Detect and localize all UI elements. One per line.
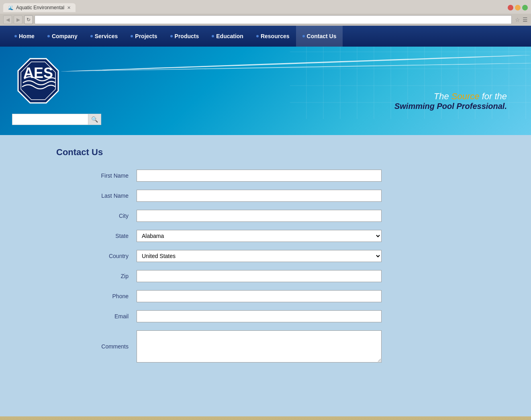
nav-item-company[interactable]: Company bbox=[41, 26, 84, 47]
aes-logo: AES bbox=[12, 55, 64, 107]
email-label: Email bbox=[56, 313, 137, 320]
nav-dot-icon bbox=[14, 35, 17, 37]
refresh-button[interactable]: ↻ bbox=[24, 15, 33, 24]
form-row-zip: Zip bbox=[56, 270, 418, 282]
form-row-comments: Comments bbox=[56, 330, 418, 363]
page-title: Contact Us bbox=[56, 147, 515, 158]
browser-chrome: 🌊 Aquatic Environmental S... ✕ ◀ ▶ ↻ www… bbox=[0, 0, 531, 26]
site-wrapper: Home Company Services Projects Products … bbox=[0, 26, 531, 420]
search-input[interactable] bbox=[12, 114, 88, 125]
nav-item-products[interactable]: Products bbox=[164, 26, 206, 47]
zip-label: Zip bbox=[56, 273, 137, 279]
nav-dot-icon bbox=[302, 35, 305, 37]
nav-dot-icon bbox=[256, 35, 259, 37]
phone-input[interactable] bbox=[137, 290, 382, 302]
search-button[interactable]: 🔍 bbox=[88, 114, 101, 125]
form-row-phone: Phone bbox=[56, 290, 418, 302]
form-row-country: Country United StatesCanadaMexicoUnited … bbox=[56, 250, 418, 262]
hero-tagline: The Source for the Swimming Pool Profess… bbox=[394, 91, 507, 111]
browser-tab[interactable]: 🌊 Aquatic Environmental S... ✕ bbox=[3, 3, 76, 12]
city-label: City bbox=[56, 213, 137, 219]
navigation-bar: Home Company Services Projects Products … bbox=[0, 26, 531, 47]
window-minimize-button[interactable] bbox=[515, 5, 521, 10]
window-close-button[interactable] bbox=[508, 5, 513, 10]
tagline-source-word: Source bbox=[451, 91, 480, 101]
first-name-label: First Name bbox=[56, 172, 137, 179]
tagline-line2: Swimming Pool Professional. bbox=[394, 102, 507, 111]
logo-container: AES bbox=[12, 55, 76, 109]
form-row-city: City bbox=[56, 210, 418, 222]
browser-titlebar: 🌊 Aquatic Environmental S... ✕ bbox=[0, 2, 531, 14]
first-name-input[interactable] bbox=[137, 170, 382, 182]
forward-button[interactable]: ▶ bbox=[14, 15, 22, 24]
nav-dot-icon bbox=[90, 35, 93, 37]
state-label: State bbox=[56, 233, 137, 239]
back-button[interactable]: ◀ bbox=[3, 15, 12, 24]
country-select[interactable]: United StatesCanadaMexicoUnited KingdomA… bbox=[137, 250, 382, 262]
search-bar: 🔍 bbox=[12, 114, 101, 125]
browser-menu-icon[interactable]: ☰ bbox=[523, 16, 528, 23]
svg-text:AES: AES bbox=[23, 65, 53, 81]
browser-controls: ◀ ▶ ↻ www.aes-sw.com/contact-us ☆ ☰ bbox=[0, 14, 531, 26]
window-maximize-button[interactable] bbox=[522, 5, 528, 10]
sandy-footer bbox=[0, 416, 531, 420]
phone-label: Phone bbox=[56, 293, 137, 299]
last-name-input[interactable] bbox=[137, 190, 382, 202]
hero-banner: AES 🔍 The Source for the Swimming Pool P… bbox=[0, 47, 531, 135]
sandy-footer-svg bbox=[0, 416, 531, 420]
country-label: Country bbox=[56, 253, 137, 259]
nav-dot-icon bbox=[131, 35, 133, 37]
contact-form: First Name Last Name City State AlabamaA… bbox=[56, 170, 418, 363]
nav-item-education[interactable]: Education bbox=[205, 26, 250, 47]
form-row-state: State AlabamaAlaskaArizonaArkansasCalifo… bbox=[56, 230, 418, 242]
nav-item-home[interactable]: Home bbox=[8, 26, 41, 47]
state-select[interactable]: AlabamaAlaskaArizonaArkansasCaliforniaCo… bbox=[137, 230, 382, 242]
city-input[interactable] bbox=[137, 210, 382, 222]
nav-dot-icon bbox=[47, 35, 50, 37]
bookmark-icon[interactable]: ☆ bbox=[515, 16, 520, 23]
last-name-label: Last Name bbox=[56, 193, 137, 199]
email-input[interactable] bbox=[137, 310, 382, 322]
comments-label: Comments bbox=[56, 343, 137, 350]
form-row-email: Email bbox=[56, 310, 418, 322]
tagline-line1: The Source for the bbox=[394, 91, 507, 102]
comments-textarea[interactable] bbox=[137, 330, 382, 363]
zip-input[interactable] bbox=[137, 270, 382, 282]
nav-item-contact[interactable]: Contact Us bbox=[296, 26, 343, 47]
nav-item-services[interactable]: Services bbox=[84, 26, 125, 47]
content-area: Contact Us First Name Last Name City Sta… bbox=[0, 135, 531, 416]
form-row-first-name: First Name bbox=[56, 170, 418, 182]
tab-close-button[interactable]: ✕ bbox=[67, 5, 71, 10]
nav-item-projects[interactable]: Projects bbox=[124, 26, 163, 47]
nav-dot-icon bbox=[212, 35, 214, 37]
tab-title: Aquatic Environmental S... bbox=[16, 5, 65, 10]
nav-dot-icon bbox=[170, 35, 173, 37]
nav-item-resources[interactable]: Resources bbox=[250, 26, 296, 47]
address-bar[interactable]: www.aes-sw.com/contact-us bbox=[35, 15, 512, 24]
form-row-last-name: Last Name bbox=[56, 190, 418, 202]
